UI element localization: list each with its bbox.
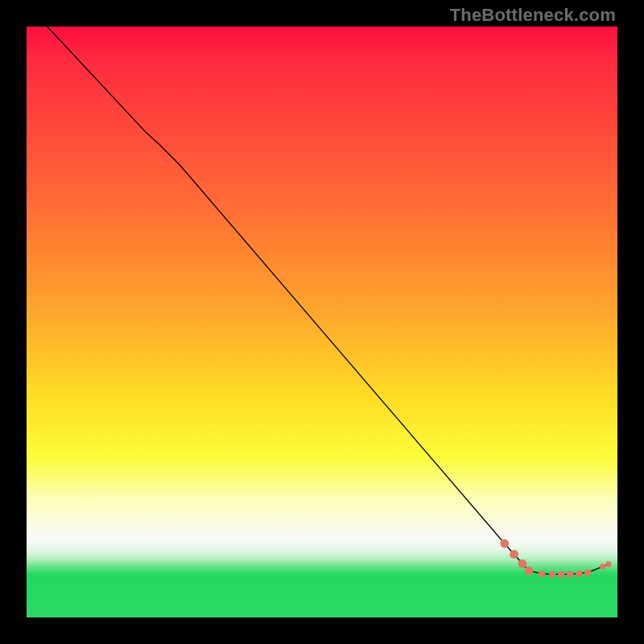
chart-marker <box>584 569 592 576</box>
chart-marker <box>567 571 574 578</box>
chart-marker <box>605 561 611 567</box>
chart-marker <box>539 570 546 577</box>
chart-marker <box>500 539 509 548</box>
chart-marker <box>510 550 518 559</box>
chart-marker <box>558 571 565 578</box>
chart-marker <box>600 564 605 569</box>
chart-stage: TheBottleneck.com <box>0 0 644 644</box>
chart-curve <box>47 27 609 574</box>
chart-markers <box>500 539 611 578</box>
chart-marker <box>576 570 583 577</box>
watermark-label: TheBottleneck.com <box>450 5 616 26</box>
chart-marker <box>549 571 556 578</box>
chart-marker <box>525 567 534 576</box>
chart-marker <box>518 559 526 568</box>
chart-overlay <box>27 27 617 617</box>
